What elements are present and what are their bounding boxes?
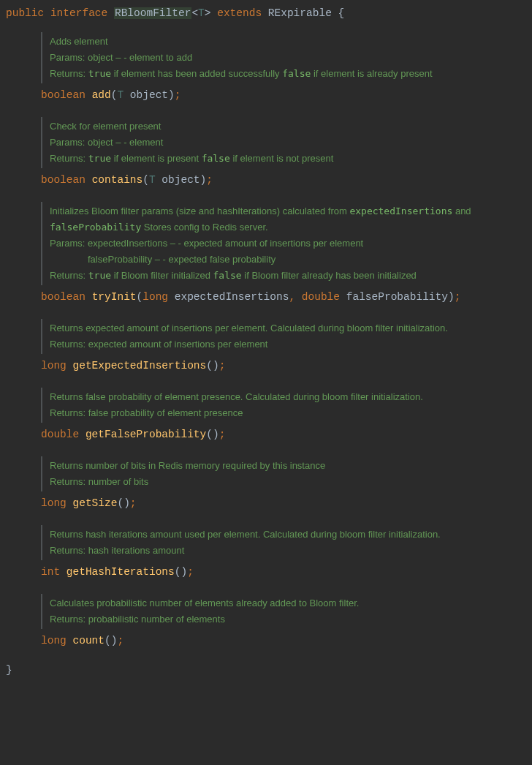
- doc-params-label: Params:: [50, 137, 85, 148]
- method-name: getHashIterations: [66, 566, 175, 578]
- doc-returns-label: Returns:: [50, 270, 86, 281]
- brace-open: {: [332, 7, 344, 19]
- code-editor[interactable]: public interface RBloomFilter<T> extends…: [6, 6, 526, 678]
- doc-summary: Returns hash iterations amount used per …: [50, 529, 441, 540]
- javadoc-getexpected: Returns expected amount of insertions pe…: [41, 319, 526, 354]
- doc-returns-label: Returns:: [50, 68, 86, 79]
- doc-summary-pre: Initializes Bloom filter params (size an…: [50, 206, 349, 216]
- method-getsize-signature: long getSize();: [41, 496, 526, 512]
- return-type: boolean: [41, 89, 86, 101]
- method-contains-signature: boolean contains(T object);: [41, 173, 526, 189]
- method-name: getFalseProbability: [86, 429, 206, 440]
- return-type: long: [41, 360, 66, 372]
- doc-returns-label: Returns:: [50, 476, 86, 487]
- doc-summary: Adds element: [50, 36, 108, 47]
- keyword-public: public: [6, 7, 44, 19]
- method-name: tryInit: [92, 291, 137, 303]
- interface-name: RBloomFilter: [114, 7, 191, 19]
- doc-code-false: false: [202, 153, 230, 164]
- return-type: long: [41, 635, 66, 647]
- doc-code-falseprob: falseProbability: [50, 222, 141, 233]
- doc-returns-text: expected amount of insertions per elemen…: [86, 339, 267, 350]
- doc-params-text: object – - element to add: [85, 52, 192, 63]
- method-getexpected-signature: long getExpectedInsertions();: [41, 358, 526, 374]
- doc-code-true: true: [88, 270, 111, 281]
- method-name: getExpectedInsertions: [73, 360, 207, 372]
- doc-summary: Calculates probabilistic number of eleme…: [50, 598, 359, 608]
- doc-code-true: true: [88, 68, 111, 79]
- return-type: boolean: [41, 174, 86, 186]
- doc-summary: Check for element present: [50, 121, 161, 132]
- doc-params-label: Params:: [50, 238, 85, 249]
- doc-returns-text: false probability of element presence: [86, 407, 243, 418]
- doc-summary: Returns number of bits in Redis memory r…: [50, 460, 325, 471]
- javadoc-getsize: Returns number of bits in Redis memory r…: [41, 456, 526, 491]
- keyword-extends: extends: [217, 7, 262, 19]
- generic-close: >: [205, 7, 211, 19]
- brace-close: }: [6, 663, 526, 679]
- doc-code-false: false: [213, 270, 242, 281]
- javadoc-getfalseprob: Returns false probability of element pre…: [41, 388, 526, 423]
- method-add-signature: boolean add(T object);: [41, 88, 526, 104]
- doc-summary: Returns false probability of element pre…: [50, 391, 423, 402]
- method-name: contains: [92, 174, 143, 186]
- doc-code-expected: expectedInsertions: [349, 206, 452, 216]
- return-type: double: [41, 429, 79, 440]
- method-name: add: [92, 89, 111, 101]
- method-name: count: [73, 635, 105, 647]
- doc-returns-label: Returns:: [50, 545, 86, 556]
- doc-returns-label: Returns:: [50, 407, 86, 418]
- doc-code-true: true: [88, 153, 111, 164]
- javadoc-tryinit: Initializes Bloom filter params (size an…: [41, 202, 526, 285]
- doc-returns-text: probabilistic number of elements: [86, 614, 225, 625]
- method-tryinit-signature: boolean tryInit(long expectedInsertions,…: [41, 290, 526, 306]
- doc-params-text: object – - element: [85, 137, 163, 148]
- return-type: long: [41, 497, 66, 509]
- doc-returns-label: Returns:: [50, 339, 86, 350]
- return-type: boolean: [41, 291, 86, 303]
- return-type: int: [41, 566, 60, 578]
- doc-params-label: Params:: [50, 52, 85, 63]
- javadoc-add: Adds element Params: object – - element …: [41, 32, 526, 83]
- javadoc-contains: Check for element present Params: object…: [41, 117, 526, 168]
- method-gethash-signature: int getHashIterations();: [41, 565, 526, 581]
- doc-returns-text: hash iterations amount: [86, 545, 184, 556]
- generic-param: T: [198, 7, 205, 19]
- doc-params-text1: expectedInsertions – - expected amount o…: [85, 238, 363, 249]
- doc-code-false: false: [282, 68, 311, 79]
- javadoc-gethash: Returns hash iterations amount used per …: [41, 525, 526, 560]
- generic-open: <: [191, 7, 198, 19]
- doc-returns-label: Returns:: [50, 153, 86, 164]
- method-count-signature: long count();: [41, 633, 526, 649]
- doc-summary: Returns expected amount of insertions pe…: [50, 323, 448, 333]
- doc-returns-text: number of bits: [86, 476, 148, 487]
- super-type: RExpirable: [268, 7, 332, 19]
- keyword-interface: interface: [50, 7, 107, 19]
- javadoc-count: Calculates probabilistic number of eleme…: [41, 594, 526, 629]
- interface-declaration: public interface RBloomFilter<T> extends…: [6, 6, 526, 22]
- doc-returns-label: Returns:: [50, 614, 86, 625]
- method-name: getSize: [73, 497, 118, 509]
- doc-params-text2: falseProbability – - expected false prob…: [88, 254, 276, 265]
- method-getfalseprob-signature: double getFalseProbability();: [41, 427, 526, 443]
